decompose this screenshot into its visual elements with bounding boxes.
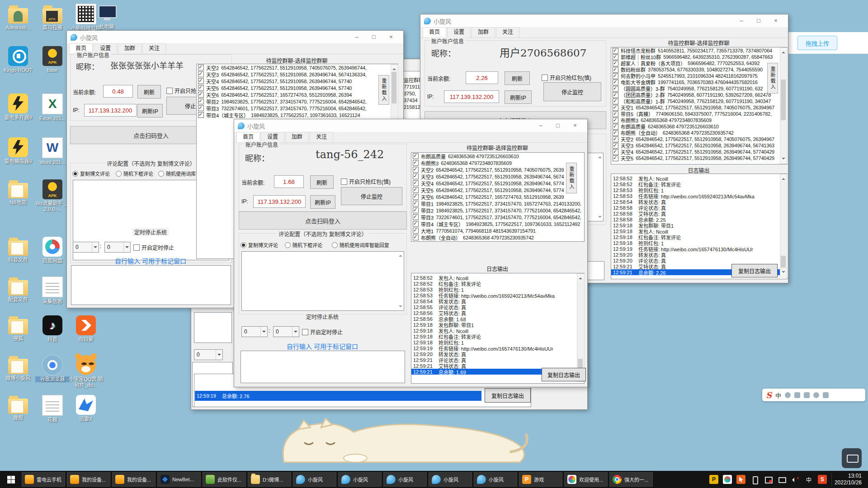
minimize-button[interactable]: – [532,120,549,131]
group-checkbox[interactable] [413,221,419,227]
desktop-icon[interactable]: 抖音 [35,315,70,343]
group-row[interactable]: （团团高质量）2-群 7540249958, 6077191190, 53926… [611,92,787,98]
group-row[interactable]: 天空5 6542846542, 1775622517, 5512910958, … [197,84,398,91]
group-row[interactable]: 何去野的小马甲 5245517993, 2101096334 482411816… [611,73,787,79]
desktop-icon[interactable]: 雷电模拟器9 [1,137,35,164]
tray-ime-indicator[interactable]: 中 [804,475,813,484]
ime-toolbox-icon[interactable] [823,392,829,398]
taskbar-clock[interactable]: 13:01 2022/10/26 [831,473,866,486]
maximize-button[interactable]: □ [365,32,382,42]
timer-hour-dropdown[interactable]: 0 [241,326,268,337]
desktop-icon[interactable]: NB电竞 [1,179,35,206]
taskbar-app-button[interactable]: D:\微博... [248,472,291,487]
group-checkbox[interactable] [413,228,419,234]
taskbar-app-button[interactable]: 游戏 [519,472,562,487]
desktop-icon[interactable]: 微博小旋风 [1,355,35,381]
taskbar-app-button[interactable]: 小旋风 [383,472,427,487]
group-row[interactable]: 带目4（城主专区） 1984923825, 1775622517, 109736… [197,112,398,118]
scroll-down-icon[interactable] [780,157,786,164]
taskbar-app-button[interactable]: 小旋风 [338,472,382,487]
group-row[interactable]: 带目1 1984923825, 1775622517, 3734157470, … [411,200,584,207]
log-output[interactable]: 12:58:52 发包人: Ncoill 12:58:52 红包备注: 转发评论… [411,273,585,384]
desktop-icon[interactable]: Kingo ROOT [1,46,35,73]
tab-join-group[interactable]: 加群 [118,43,142,54]
group-checkbox[interactable] [613,111,618,117]
log-scrollbar[interactable] [577,273,585,382]
copy-log-button[interactable]: 复制日志输出 [485,388,531,403]
taskbar-app-button[interactable]: 雷电云手机 [22,472,65,487]
group-row[interactable]: （圆圆高质量）3-群 7540249958, 7762158129, 60771… [611,85,787,92]
refresh-button[interactable]: 刷新 [505,71,530,85]
group-row[interactable]: 数码粉丝群 3780537534, 6776330339, 1048027274… [611,66,787,73]
desktop-icon[interactable]: Ws流量助手 _v2.0.0-... [35,179,70,212]
timer-enable-checkbox[interactable]: 开启定时停止 [133,244,174,251]
group-checkbox[interactable] [413,214,419,220]
group-row[interactable]: 带目2 1984923825, 1775622517, 3734157470, … [411,207,584,214]
desktop-icon[interactable]: 谷歌浏览器 [35,355,70,382]
group-row[interactable]: 天空2 6542846542, 1775622517, 5512910958, … [411,166,584,173]
group-checkbox[interactable] [613,130,618,136]
log-line[interactable]: 12:58:52 发包人: Ncoill [411,275,584,281]
sogou-logo-icon[interactable]: S [766,390,772,400]
log-line[interactable]: 12:58:53 任务链接: http://weibo.com/16592402… [411,292,584,298]
title-bar[interactable]: 小旋风 – □ × [67,31,403,44]
red-packet-only-checkbox[interactable]: 开启只抢红包(慎) [542,74,591,81]
scroll-up-icon[interactable] [780,174,786,181]
group-row[interactable]: 布朗熊3 6248365368 4797234807835609 [411,160,584,166]
group-checkbox[interactable] [198,78,204,84]
log-line[interactable]: 12:59:18 发包群聊: 带目1 [611,222,787,228]
log-line[interactable]: 12:59:18 红包备注: 转发评论 [411,333,584,339]
group-row[interactable]: 科技怪杰宠粉群 5140552811, 7550234177, 73557133… [611,47,787,54]
group-checkbox[interactable] [413,207,419,213]
close-button[interactable]: × [566,120,584,131]
group-checkbox[interactable] [198,71,204,77]
taskbar-app-button[interactable]: 小旋风 [474,472,517,487]
log-line[interactable]: 12:59:19 任务链接: http://weibo.com/16574761… [611,246,787,252]
close-button[interactable]: × [382,32,400,42]
ime-toolbar[interactable]: S 中 [762,389,865,401]
taskbar-app-button[interactable]: NewBet... [157,472,201,487]
tab-follow[interactable]: 关注 [496,27,519,38]
radio-random-comment[interactable]: 随机下框评论 [116,170,153,177]
group-checkbox[interactable] [613,124,618,130]
scan-login-button[interactable]: 点击扫码登入 [239,211,407,230]
group-row[interactable]: 布朗熊（全自动） 6248365368 4797235230935742 [411,234,584,241]
group-checkbox[interactable] [613,155,618,161]
group-row[interactable]: 天空2 6542846542, 1775622517, 5512910958, … [197,64,398,71]
log-line[interactable]: 12:58:53 任务链接: http://weibo.com/16592402… [611,193,787,199]
desktop-icon[interactable]: 此电脑 [90,3,124,30]
group-row[interactable]: 天空5 6542846542, 1775622517, 5512910958, … [411,187,584,193]
group-checkbox[interactable] [613,67,618,73]
minimize-button[interactable]: – [733,15,750,26]
desktop-icon[interactable]: 喜马拉雅 [35,5,70,31]
radio-copy-comment[interactable]: 复制博文评论 [72,170,110,177]
tab-follow[interactable]: 关注 [142,43,166,54]
desktop-icon[interactable]: 配音文件 [1,277,35,303]
ip-field[interactable]: 117.139.132.200 [84,104,137,117]
tab-settings[interactable]: 设置 [447,27,471,38]
taskbar-app-button[interactable]: 小旋风 [293,472,336,487]
ime-mode-chinese[interactable]: 中 [775,391,781,399]
tray-pinned-app-icon[interactable] [709,475,718,484]
title-bar[interactable]: 小旋风 – □ × [234,119,587,132]
log-line[interactable]: 12:58:54 转发状态: 真 [411,298,584,304]
group-checkbox[interactable] [198,105,204,111]
taskbar-app-button[interactable]: 欢迎使用... [564,472,608,487]
desktop-icon[interactable]: Word 201... [35,137,70,165]
group-row[interactable]: 布朗高质量 6248365368 4797235126603610 [411,153,584,160]
group-checkbox[interactable] [198,85,204,91]
group-row[interactable]: 天空1 6542846542, 1775622517, 5512910958, … [611,104,787,111]
group-checkbox[interactable] [413,201,419,206]
group-checkbox[interactable] [613,136,618,142]
title-bar[interactable]: 小旋风 – □ × [420,14,788,28]
group-checkbox[interactable] [613,80,618,85]
group-checkbox[interactable] [613,149,618,155]
group-row[interactable]: 郭维超｜粉丝10群 5966596482, 6439235310, 276239… [611,54,787,60]
desktop-icon[interactable]: 采集信息 [35,277,70,305]
desktop-icon[interactable]: 搜狐 [1,315,35,342]
group-checkbox[interactable] [613,48,618,54]
taskbar-app-button[interactable]: 此软件仅... [203,472,246,487]
group-row[interactable]: 带目3 7322674601, 1775622517, 3734157470, … [411,214,584,221]
group-row[interactable]: 天空6 6542846542, 1775622517, 1657274763, … [197,91,398,98]
taskbar-app-button[interactable]: 我的设备... [67,472,110,487]
